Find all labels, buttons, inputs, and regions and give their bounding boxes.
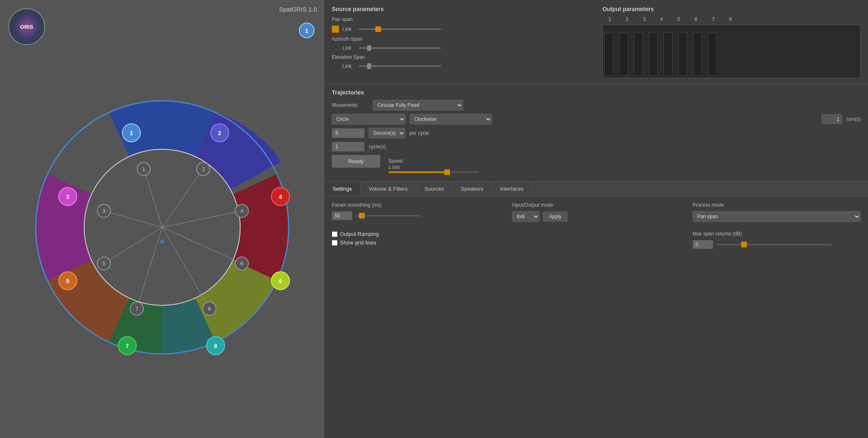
- svg-text:8: 8: [208, 306, 211, 312]
- param-smoothing-row: [332, 211, 500, 220]
- show-grid-row: Show grid lines: [332, 240, 500, 246]
- tab-volume-filters[interactable]: Volume & Filters: [361, 182, 416, 196]
- max-span-col: Max span volume (dB): [693, 231, 861, 249]
- output-params: Output parameters 1 2 3 4 5 6 7 8: [602, 6, 861, 78]
- param-smoothing-thumb[interactable]: [359, 213, 365, 219]
- max-span-slider[interactable]: [716, 244, 831, 245]
- tabs-section: Settings Volume & Filters Sources Speake…: [324, 182, 868, 438]
- app-title: SpatGRIS 1.0: [279, 6, 317, 13]
- params-row: Source parameters Pan span Link Azimuth …: [324, 0, 868, 84]
- out-num-4: 4: [656, 16, 667, 22]
- pan-span-slider[interactable]: [359, 28, 441, 30]
- azimuth-slider[interactable]: [359, 47, 441, 49]
- movements-row: Movements: Circular Fully Fixed Circular…: [332, 100, 861, 111]
- azimuth-thumb[interactable]: [367, 45, 371, 51]
- right-panel: Source parameters Pan span Link Azimuth …: [324, 0, 868, 438]
- param-smoothing-slider[interactable]: [356, 215, 421, 217]
- elevation-row: Elevation Span: [332, 54, 590, 60]
- out-num-8: 8: [725, 16, 736, 22]
- svg-text:3: 3: [102, 208, 105, 214]
- speed-section: Speed 1.000: [388, 158, 479, 173]
- io-mode-select[interactable]: 8x8 16x16 4x4: [512, 211, 540, 222]
- logo-circle: GRIS: [8, 8, 45, 45]
- svg-text:7: 7: [126, 343, 129, 349]
- max-span-thumb[interactable]: [741, 242, 747, 247]
- param-smoothing-input[interactable]: [332, 211, 352, 220]
- bar-1: [604, 32, 613, 76]
- azimuth-control-row: Link: [332, 45, 590, 51]
- io-mode-row: 8x8 16x16 4x4 Apply: [512, 211, 680, 222]
- cycles-row: cycle(s): [332, 142, 861, 152]
- svg-text:5: 5: [102, 260, 105, 267]
- out-num-6: 6: [690, 16, 702, 22]
- process-mode-col: Process mode Pan span VBAP Binaural: [693, 202, 861, 222]
- pan-span-label: Pan span: [332, 16, 375, 22]
- azimuth-link-label: Link: [342, 45, 356, 51]
- cycles-input[interactable]: [332, 142, 365, 152]
- pan-span-thumb[interactable]: [375, 26, 381, 32]
- max-span-label: Max span volume (dB): [693, 231, 861, 237]
- source-params: Source parameters Pan span Link Azimuth …: [332, 6, 590, 78]
- tab-settings[interactable]: Settings: [324, 182, 361, 196]
- speed-slider-row: [388, 171, 479, 173]
- turns-label: turn(s): [846, 116, 861, 122]
- tab-speakers[interactable]: Speakers: [452, 182, 492, 196]
- azimuth-label: Azimuth Span: [332, 36, 375, 42]
- settings-top-row: Param smoothing (ms) Input/Output mode 8…: [332, 202, 861, 225]
- out-num-7: 7: [707, 16, 719, 22]
- show-grid-checkbox[interactable]: [332, 240, 338, 246]
- bar-8: [708, 32, 717, 76]
- out-num-3: 3: [638, 16, 650, 22]
- elevation-control-row: Link: [332, 63, 590, 69]
- apply-button[interactable]: Apply: [543, 212, 567, 221]
- bar-col-2: [619, 27, 628, 76]
- speed-value: 1.000: [388, 165, 479, 170]
- process-mode-label: Process mode: [693, 202, 861, 208]
- trajectories-title: Trajectories: [332, 89, 861, 96]
- bar-6: [678, 32, 687, 76]
- svg-text:6: 6: [240, 260, 243, 267]
- process-mode-select[interactable]: Pan span VBAP Binaural: [693, 211, 861, 222]
- direction-select[interactable]: Clockwise Counter-Clockwise: [410, 114, 492, 124]
- logo-area: GRIS: [8, 8, 49, 49]
- left-panel: SpatGRIS 1.0 GRIS 1: [0, 0, 324, 438]
- duration-unit-select[interactable]: Second(s) Minute(s): [369, 128, 405, 138]
- elevation-slider[interactable]: [359, 65, 441, 67]
- duration-input[interactable]: [332, 128, 365, 138]
- azimuth-row: Azimuth Span: [332, 36, 590, 42]
- svg-text:7: 7: [135, 306, 138, 312]
- tab-sources[interactable]: Sources: [416, 182, 453, 196]
- svg-text:3: 3: [66, 194, 69, 200]
- movements-label: Movements:: [332, 102, 369, 108]
- max-span-input[interactable]: [693, 240, 713, 249]
- pan-span-control-row: Link: [332, 25, 590, 33]
- speed-thumb[interactable]: [444, 169, 450, 175]
- ready-button[interactable]: Ready: [332, 155, 380, 168]
- tab-interfaces[interactable]: Interfaces: [492, 182, 532, 196]
- svg-text:1: 1: [142, 166, 145, 172]
- speed-slider[interactable]: [388, 171, 479, 173]
- circle-display: 1 2 3 4 5 6 7 8 1 2 3: [14, 79, 310, 376]
- output-ramping-checkbox[interactable]: [332, 231, 338, 237]
- bar-4: [649, 32, 658, 76]
- pan-span-row: Pan span: [332, 16, 590, 22]
- bar-col-3: [634, 27, 643, 76]
- shape-select[interactable]: Circle Ellipse Line: [332, 114, 406, 124]
- turns-input[interactable]: [822, 114, 842, 124]
- movements-select[interactable]: Circular Fully Fixed Circular Linear Ell…: [373, 100, 463, 111]
- bar-col-1: [604, 27, 613, 76]
- ready-speed-row: Ready Speed 1.000: [332, 155, 861, 173]
- bar-col-5: [664, 27, 673, 76]
- cycles-label: cycle(s): [369, 144, 386, 150]
- main-svg: 1 2 3 4 5 6 7 8 1 2 3: [14, 79, 310, 375]
- bar-7: [693, 32, 702, 76]
- elevation-thumb[interactable]: [367, 63, 371, 69]
- elevation-label: Elevation Span: [332, 54, 375, 60]
- per-cycle-label: per cycle: [409, 130, 429, 136]
- max-span-row: [693, 240, 861, 249]
- param-smoothing-label: Param smoothing (ms): [332, 202, 500, 208]
- tabs-row: Settings Volume & Filters Sources Speake…: [324, 182, 868, 196]
- bar-3: [634, 32, 643, 76]
- settings-bottom-row: Output Ramping Show grid lines Max span …: [332, 231, 861, 249]
- speed-fill: [388, 171, 447, 173]
